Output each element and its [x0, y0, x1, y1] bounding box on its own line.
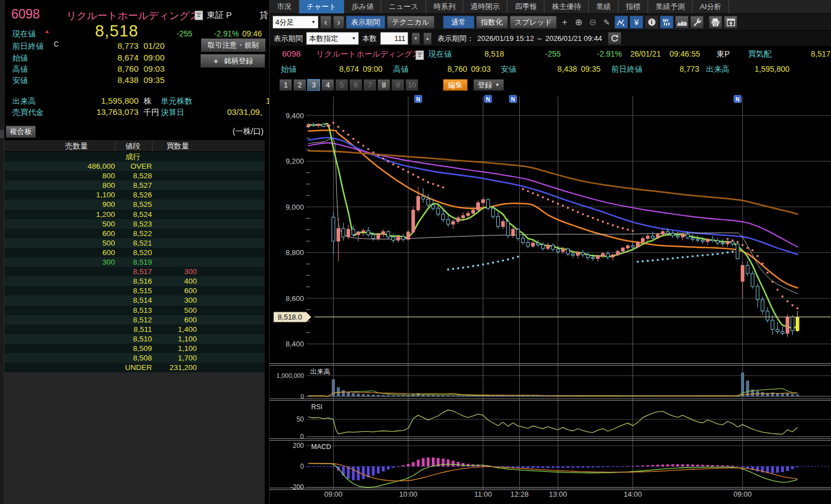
order-book-row[interactable]: 3008,519 — [4, 257, 265, 267]
candle — [357, 232, 360, 235]
order-book-row[interactable]: 1,1008,526 — [4, 190, 265, 200]
tab-指標[interactable]: 指標 — [618, 0, 648, 13]
order-book-row[interactable]: 8,516400 — [4, 276, 265, 286]
count-mode-select[interactable]: 本数指定▼ — [306, 32, 359, 45]
draw-pencil-icon[interactable]: ✎ — [601, 16, 613, 28]
my-chart-icon[interactable]: MY — [660, 16, 673, 29]
count-input[interactable]: 111 — [380, 32, 408, 45]
order-book-row[interactable]: 成行 — [4, 152, 265, 161]
y-axis-label: 9,000 — [285, 203, 304, 211]
prev-button[interactable]: ‹ — [320, 16, 331, 29]
candle — [646, 236, 649, 238]
macd-histogram-bar — [412, 462, 414, 466]
normal-mode-button[interactable]: 通常 — [443, 16, 474, 29]
order-book-row[interactable]: 8,517300 — [4, 267, 265, 276]
print-icon[interactable] — [709, 16, 722, 29]
order-book-row[interactable]: 5008,521 — [4, 238, 265, 248]
tab-チャート[interactable]: チャート — [299, 0, 344, 13]
tab-適時開示[interactable]: 適時開示 — [463, 0, 507, 13]
order-book-row[interactable]: 8,5111,400 — [4, 325, 265, 334]
order-book-row[interactable]: 8,5101,100 — [4, 334, 265, 344]
sar-dot — [517, 256, 519, 258]
settings-wrench-icon[interactable] — [690, 16, 704, 29]
register-dropdown-button[interactable]: 登録▼ — [473, 79, 504, 91]
order-book-row[interactable]: 8008,527 — [4, 181, 265, 190]
order-book-row[interactable]: 8,513500 — [4, 306, 265, 315]
chart-page-7[interactable]: 7 — [363, 79, 376, 91]
order-book-row[interactable]: 9008,525 — [4, 200, 265, 209]
composite-board-button[interactable]: 複合板 — [6, 126, 36, 138]
volume-bar — [467, 396, 470, 396]
document-icon[interactable] — [195, 11, 203, 22]
zoom-in-icon[interactable]: ⊕ — [573, 16, 585, 28]
chart-page-1[interactable]: 1 — [279, 79, 292, 91]
order-book-row[interactable]: 8,514300 — [4, 295, 265, 305]
next-button[interactable]: › — [333, 16, 344, 29]
candle — [716, 241, 719, 243]
candle — [666, 232, 670, 233]
spread-mode-button[interactable]: スプレッド — [510, 16, 557, 29]
tab-AI分析[interactable]: AI分析 — [692, 0, 729, 13]
macd-histogram-bar — [631, 466, 634, 466]
trade-caution-button[interactable]: 取引注意・規制 — [201, 38, 266, 52]
technical-button[interactable]: テクニカル — [387, 16, 435, 29]
sar-dot — [462, 266, 464, 269]
reload-icon[interactable] — [608, 32, 621, 45]
chart-page-8[interactable]: 8 — [377, 79, 390, 91]
chart-page-3[interactable]: 3 — [307, 79, 320, 91]
candle — [571, 254, 574, 255]
info-icon[interactable]: i — [645, 16, 658, 29]
order-book-row[interactable]: 8,512600 — [4, 315, 265, 325]
tab-ニュース[interactable]: ニュース — [381, 0, 426, 13]
order-book-row[interactable]: 6008,520 — [4, 248, 265, 257]
tab-業績予測[interactable]: 業績予測 — [648, 0, 692, 13]
chart-page-4[interactable]: 4 — [321, 79, 334, 91]
price-chart-canvas[interactable]: 09:0010:0011:0012:2813:0014:0009:009,400… — [270, 92, 831, 504]
volume-unit: 株 — [144, 96, 151, 107]
price-change: -255 — [159, 29, 192, 38]
chart-page-10[interactable]: 10 — [405, 79, 418, 91]
tab-株主優待[interactable]: 株主優待 — [544, 0, 589, 13]
candle — [461, 215, 465, 218]
order-book-row[interactable]: 5008,523 — [4, 219, 265, 229]
edit-button[interactable]: 編集 — [443, 79, 468, 91]
order-book-row[interactable]: 8008,528 — [4, 171, 265, 181]
sar-dot — [691, 255, 694, 257]
count-decrement-button[interactable]: ▼ — [412, 33, 420, 45]
mountain-chart-icon[interactable] — [675, 16, 689, 29]
display-period-button[interactable]: 表示期間 — [346, 16, 385, 29]
macd-histogram-bar — [781, 466, 784, 472]
indexed-mode-button[interactable]: 指数化 — [476, 16, 508, 29]
crosshair-icon[interactable]: + — [558, 16, 571, 28]
tab-時系列[interactable]: 時系列 — [426, 0, 463, 13]
order-book-row[interactable]: 8,5081,700 — [4, 353, 265, 363]
low-value: 8,438 — [84, 75, 138, 85]
trend-tool-icon[interactable] — [615, 16, 628, 29]
order-book-row[interactable]: 8,5091,100 — [4, 344, 265, 353]
sar-dot — [557, 202, 559, 205]
order-book-row[interactable]: 8,515600 — [4, 286, 265, 295]
order-book-row[interactable]: UNDER231,200 — [4, 363, 265, 372]
prev-close-date: 01/20 — [144, 41, 165, 50]
chart-page-6[interactable]: 6 — [349, 79, 362, 91]
zoom-out-icon[interactable]: ⊖ — [587, 16, 599, 28]
yen-axis-icon[interactable]: ¥ — [630, 16, 643, 29]
tab-四季報[interactable]: 四季報 — [507, 0, 544, 13]
tab-歩み値[interactable]: 歩み値 — [344, 0, 381, 13]
add-watchlist-button[interactable]: ＋ 銘柄登録 — [200, 54, 265, 68]
chart-page-5[interactable]: 5 — [335, 79, 348, 91]
tab-業績[interactable]: 業績 — [589, 0, 618, 13]
order-book-row[interactable]: 486,000OVER — [4, 161, 265, 171]
order-book-row[interactable]: 6008,522 — [4, 229, 265, 238]
sar-dot — [597, 219, 599, 221]
macd-histogram-bar — [647, 465, 649, 466]
order-book-row[interactable]: 1,2008,524 — [4, 210, 265, 219]
tab-市況[interactable]: 市況 — [270, 0, 299, 13]
chart-page-2[interactable]: 2 — [293, 79, 306, 91]
count-increment-button[interactable]: ▲ — [423, 33, 432, 45]
timeframe-select[interactable]: 4分足▼ — [273, 16, 318, 29]
popout-window-icon[interactable] — [724, 16, 737, 29]
volume-bar — [407, 395, 410, 396]
chart-page-9[interactable]: 9 — [391, 79, 404, 91]
settlement-label: 決算日 — [161, 108, 184, 118]
